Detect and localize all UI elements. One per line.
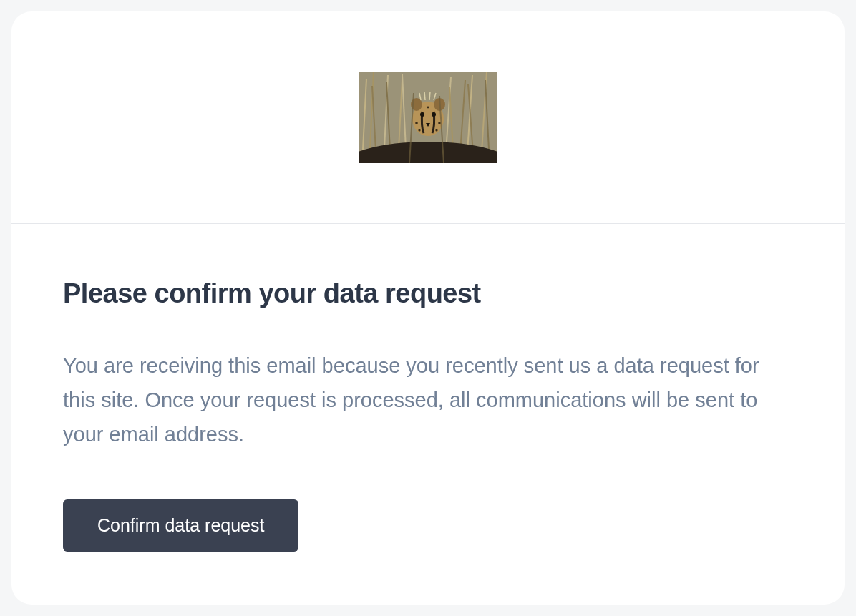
svg-point-20 — [432, 112, 436, 117]
svg-line-23 — [429, 92, 430, 100]
svg-point-19 — [420, 112, 424, 117]
confirm-data-request-button[interactable]: Confirm data request — [63, 499, 298, 552]
svg-point-26 — [438, 122, 441, 124]
svg-point-29 — [427, 107, 429, 109]
email-card: Please confirm your data request You are… — [11, 11, 845, 605]
page-title: Please confirm your data request — [63, 278, 793, 309]
body-paragraph: You are receiving this email because you… — [63, 349, 793, 452]
svg-line-22 — [424, 92, 425, 100]
svg-point-25 — [415, 122, 418, 124]
email-body: Please confirm your data request You are… — [11, 224, 845, 595]
svg-point-27 — [418, 129, 420, 131]
svg-point-28 — [435, 129, 437, 131]
email-header — [11, 11, 845, 224]
header-image — [359, 72, 497, 163]
